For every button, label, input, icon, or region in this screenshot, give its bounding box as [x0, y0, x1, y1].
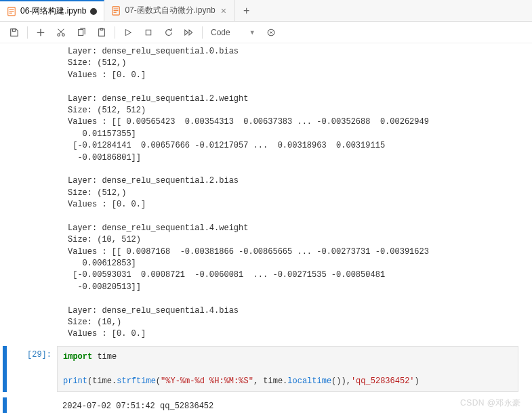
- tab-label: 07-函数式自动微分.ipynb: [125, 5, 215, 16]
- paste-button[interactable]: [93, 24, 110, 41]
- method: localtime: [287, 376, 331, 386]
- builtin-fn: print: [63, 376, 87, 386]
- paren: (: [156, 376, 161, 386]
- svg-rect-14: [146, 30, 151, 35]
- cell-type-label: Code: [211, 28, 230, 37]
- output-prompt: [9, 397, 57, 413]
- render-button[interactable]: [262, 24, 280, 41]
- method: strftime: [117, 376, 156, 386]
- stop-button[interactable]: [140, 24, 157, 41]
- paste-icon: [97, 28, 106, 37]
- string-literal: "%Y-%m-%d %H:%M:%S": [161, 376, 253, 386]
- code-cell-wrap: [29]: import timeprint(time.strftime("%Y…: [3, 346, 532, 392]
- tab-active[interactable]: 06-网络构建.ipynb: [0, 0, 104, 21]
- svg-rect-1: [9, 9, 14, 9]
- play-icon: [124, 28, 132, 37]
- cell-type-dropdown[interactable]: Code ▼: [207, 24, 260, 41]
- copy-icon: [77, 28, 86, 37]
- close-icon[interactable]: ×: [220, 5, 228, 16]
- fast-forward-icon: [184, 28, 194, 37]
- stop-icon: [144, 28, 152, 37]
- cut-button[interactable]: [52, 24, 70, 41]
- svg-rect-7: [114, 12, 117, 12]
- restart-icon: [164, 28, 173, 37]
- paren: ): [415, 376, 420, 386]
- run-button[interactable]: [119, 24, 137, 41]
- notebook-icon: [7, 7, 16, 16]
- cell-gutter: [3, 397, 7, 413]
- svg-point-9: [58, 33, 60, 36]
- copy-button[interactable]: [73, 24, 90, 41]
- separator: [27, 26, 28, 39]
- string-literal: 'qq_52836452': [351, 376, 415, 386]
- command-icon: [266, 28, 276, 37]
- add-cell-button[interactable]: [32, 24, 49, 41]
- svg-rect-2: [9, 11, 14, 12]
- cell-gutter: [3, 346, 7, 392]
- svg-rect-5: [114, 8, 119, 9]
- keyword: import: [63, 352, 92, 362]
- unsaved-dot-icon: [90, 8, 97, 15]
- tab-bar: 06-网络构建.ipynb 07-函数式自动微分.ipynb × +: [0, 0, 532, 22]
- svg-rect-6: [114, 10, 119, 11]
- restart-run-all-button[interactable]: [180, 24, 198, 41]
- chevron-down-icon: ▼: [249, 29, 255, 36]
- execution-prompt: [29]:: [9, 346, 57, 392]
- expr: , time.: [253, 376, 287, 386]
- code-cell-input[interactable]: import timeprint(time.strftime("%Y-%m-%d…: [57, 346, 518, 392]
- output-row: 2024-07-02 07:51:42 qq_52836452: [3, 397, 532, 413]
- restart-button[interactable]: [160, 24, 178, 41]
- cut-icon: [56, 28, 66, 37]
- toolbar: Code ▼: [0, 22, 532, 43]
- plus-icon: [36, 28, 45, 37]
- tab-inactive[interactable]: 07-函数式自动微分.ipynb ×: [104, 0, 235, 21]
- notebook-area: Layer: dense_relu_sequential.0.bias Size…: [0, 43, 532, 413]
- notebook-icon: [111, 6, 121, 16]
- svg-rect-3: [9, 12, 12, 13]
- save-button[interactable]: [5, 24, 23, 41]
- separator: [115, 26, 115, 39]
- cell-output-text: Layer: dense_relu_sequential.0.bias Size…: [68, 43, 532, 341]
- svg-point-10: [62, 33, 65, 36]
- save-icon: [9, 28, 19, 37]
- add-tab-button[interactable]: +: [235, 5, 258, 17]
- paren: ()),: [331, 376, 351, 386]
- module: time: [92, 352, 117, 362]
- tab-label: 06-网络构建.ipynb: [20, 5, 86, 17]
- cell-output-exec: 2024-07-02 07:51:42 qq_52836452: [57, 397, 518, 413]
- separator: [202, 26, 203, 39]
- svg-rect-11: [79, 29, 83, 35]
- expr: time.: [92, 376, 117, 386]
